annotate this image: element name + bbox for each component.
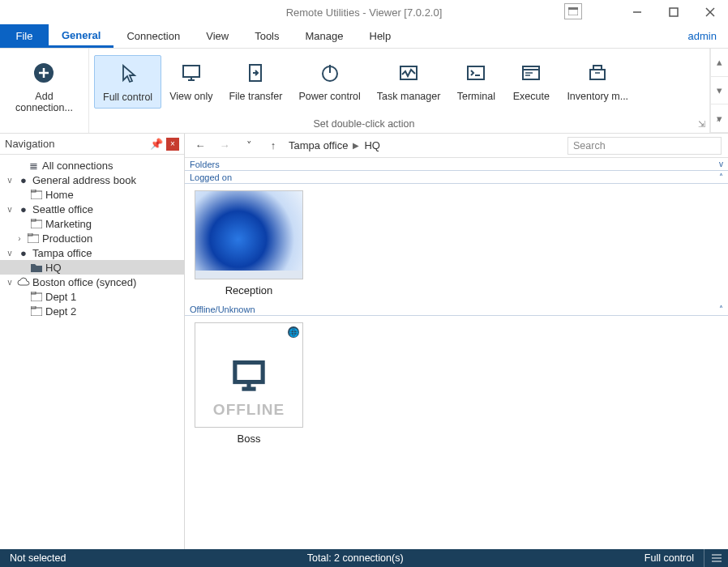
connection-label: Boss [238, 433, 261, 445]
nav-up-button[interactable]: ↑ [264, 137, 282, 155]
breadcrumb[interactable]: Tampa office ▶ HQ [289, 139, 380, 151]
user-label[interactable]: admin [677, 24, 728, 48]
group-folders-header[interactable]: Foldersv [185, 158, 728, 171]
globe-icon: 🌐 [288, 326, 299, 338]
nav-recent-button[interactable]: ˅ [240, 137, 258, 155]
group-offline-body: 🌐 OFFLINE Boss [185, 316, 728, 451]
list-icon: ≣ [26, 160, 41, 172]
full-control-button[interactable]: Full control [94, 55, 161, 109]
folder-open-icon [29, 262, 44, 272]
ribbon-scroll-up[interactable]: ▴ [711, 49, 728, 77]
pin-icon[interactable]: 📌 [150, 138, 163, 150]
expander-icon[interactable]: › [13, 234, 26, 243]
navigation-header: Navigation 📌 × [0, 134, 184, 155]
terminal-button[interactable]: Terminal [448, 55, 503, 107]
tree-boston[interactable]: v Boston office (synced) [0, 275, 184, 289]
search-input[interactable]: Search [567, 137, 722, 155]
tab-manage[interactable]: Manage [293, 24, 357, 48]
cursor-icon [115, 61, 141, 87]
expander-icon[interactable]: v [3, 205, 16, 214]
titlebar-aux-button[interactable] [564, 3, 582, 19]
status-bar: Not selected Total: 2 connection(s) Full… [0, 549, 728, 567]
tree-dept1[interactable]: Dept 1 [0, 289, 184, 304]
chevron-up-icon: ˄ [719, 305, 723, 313]
activity-icon [396, 60, 422, 86]
ribbon-collapse-icon[interactable]: ˄ [712, 117, 725, 130]
tab-view[interactable]: View [193, 24, 242, 48]
ribbon-caption: Set double-click action [0, 118, 728, 130]
add-connection-label2: connection... [15, 102, 73, 113]
connection-card-boss[interactable]: 🌐 OFFLINE Boss [191, 322, 306, 445]
tree-marketing[interactable]: Marketing [0, 216, 184, 231]
inventory-button[interactable]: Inventory m... [559, 55, 636, 107]
ribbon-scroll-down[interactable]: ▾ [711, 77, 728, 105]
titlebar: Remote Utilities - Viewer [7.0.2.0] [0, 0, 728, 24]
location-toolbar: ← → ˅ ↑ Tampa office ▶ HQ Search [185, 134, 728, 158]
expander-icon[interactable]: v [3, 176, 16, 185]
taskbar-preview [195, 271, 302, 279]
tree-seattle[interactable]: v ● Seattle office [0, 202, 184, 216]
tree-all-connections[interactable]: v ≣ All connections [0, 158, 184, 173]
add-connection-button[interactable]: Add connection... [7, 55, 81, 118]
navigation-pane: Navigation 📌 × v ≣ All connections v ● G… [0, 134, 185, 549]
minimize-button[interactable] [619, 0, 655, 24]
view-only-button[interactable]: View only [161, 55, 221, 107]
power-control-button[interactable]: Power control [290, 55, 368, 107]
group-loggedon-header[interactable]: Logged on˄ [185, 171, 728, 184]
file-transfer-button[interactable]: File transfer [221, 55, 290, 107]
connection-thumbnail-offline: 🌐 OFFLINE [195, 322, 303, 428]
file-arrow-icon [242, 60, 268, 86]
cloud-icon [16, 277, 31, 287]
content-pane: ← → ˅ ↑ Tampa office ▶ HQ Search Folders… [185, 134, 728, 549]
maximize-button[interactable] [655, 0, 692, 24]
svg-rect-9 [183, 66, 199, 77]
svg-rect-22 [593, 66, 602, 70]
close-button[interactable] [692, 0, 728, 24]
status-mode: Full control [635, 552, 704, 564]
tree-dept2[interactable]: Dept 2 [0, 304, 184, 318]
svg-rect-16 [468, 66, 484, 79]
expander-icon[interactable]: v [3, 278, 16, 287]
tree-general-book[interactable]: v ● General address book [0, 173, 184, 187]
folder-icon [26, 233, 41, 243]
tab-tools[interactable]: Tools [242, 24, 292, 48]
inventory-icon [585, 60, 610, 86]
group-offline-header[interactable]: Offline/Unknown˄ [185, 303, 728, 316]
group-loggedon-body: Reception [185, 184, 728, 303]
tree-home[interactable]: Home [0, 187, 184, 202]
folder-icon [29, 219, 44, 228]
nav-forward-button[interactable]: → [216, 137, 233, 155]
folder-icon [29, 190, 44, 199]
tree-tampa[interactable]: v ● Tampa office [0, 245, 184, 260]
expander-icon[interactable]: v [3, 249, 16, 258]
status-total: Total: 2 connection(s) [298, 552, 413, 564]
chevron-up-icon: ˄ [719, 173, 723, 181]
dot-icon: ● [16, 247, 31, 259]
connection-thumbnail [195, 190, 303, 279]
task-manager-button[interactable]: Task manager [369, 55, 449, 107]
connection-card-reception[interactable]: Reception [191, 190, 306, 296]
ribbon: Add connection... Full control View only… [0, 49, 728, 134]
status-selection: Not selected [0, 552, 75, 564]
tab-general[interactable]: General [49, 24, 113, 48]
plus-circle-icon [31, 60, 57, 86]
svg-rect-21 [590, 70, 605, 79]
tab-help[interactable]: Help [357, 24, 405, 48]
folder-icon [29, 306, 44, 316]
execute-button[interactable]: Execute [503, 55, 559, 107]
breadcrumb-item[interactable]: Tampa office [289, 139, 348, 151]
ribbon-launcher-icon[interactable]: ⇲ [698, 119, 705, 130]
window-run-icon [518, 60, 544, 86]
file-menu[interactable]: File [0, 24, 49, 48]
tree-hq[interactable]: HQ [0, 260, 184, 275]
tree-production[interactable]: › Production [0, 231, 184, 245]
navigation-title: Navigation [5, 138, 54, 150]
svg-rect-1 [568, 7, 578, 10]
dot-icon: ● [16, 174, 31, 186]
status-menu-button[interactable] [704, 549, 728, 567]
breadcrumb-item[interactable]: HQ [364, 139, 380, 151]
nav-close-button[interactable]: × [166, 138, 179, 151]
tab-connection[interactable]: Connection [113, 24, 193, 48]
nav-back-button[interactable]: ← [191, 137, 209, 155]
window-controls [619, 0, 728, 24]
